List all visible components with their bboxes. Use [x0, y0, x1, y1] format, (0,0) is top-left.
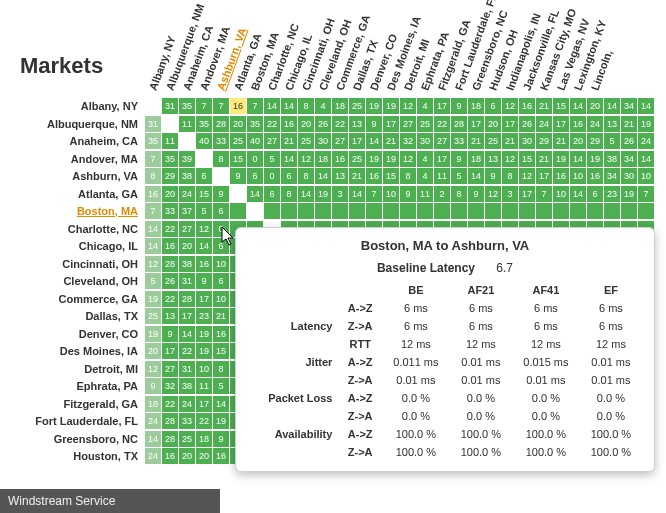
matrix-cell[interactable]: 29: [536, 133, 552, 149]
matrix-cell[interactable]: 21: [536, 98, 552, 114]
matrix-cell[interactable]: 33: [213, 133, 229, 149]
matrix-cell[interactable]: 20: [196, 448, 212, 464]
matrix-cell[interactable]: 10: [553, 186, 569, 202]
matrix-cell[interactable]: 16: [332, 151, 348, 167]
matrix-cell[interactable]: [366, 203, 382, 219]
matrix-cell[interactable]: 14: [570, 186, 586, 202]
matrix-cell[interactable]: 20: [179, 238, 195, 254]
matrix-cell[interactable]: 7: [145, 151, 161, 167]
matrix-cell[interactable]: 34: [621, 98, 637, 114]
matrix-cell[interactable]: [536, 203, 552, 219]
matrix-cell[interactable]: 4: [417, 168, 433, 184]
matrix-cell[interactable]: 17: [536, 168, 552, 184]
matrix-cell[interactable]: 40: [196, 133, 212, 149]
matrix-cell[interactable]: [179, 133, 195, 149]
matrix-cell[interactable]: 14: [638, 98, 654, 114]
matrix-cell[interactable]: 13: [604, 116, 620, 132]
matrix-cell[interactable]: 16: [145, 186, 161, 202]
matrix-cell[interactable]: 16: [366, 168, 382, 184]
matrix-cell[interactable]: 17: [519, 186, 535, 202]
row-label[interactable]: Greensboro, NC: [0, 431, 145, 449]
matrix-cell[interactable]: 29: [162, 168, 178, 184]
matrix-cell[interactable]: 30: [519, 133, 535, 149]
matrix-cell[interactable]: 3: [332, 186, 348, 202]
matrix-cell[interactable]: 7: [536, 186, 552, 202]
matrix-cell[interactable]: 0: [264, 168, 280, 184]
row-label[interactable]: Albuquerque, NM: [0, 116, 145, 134]
matrix-cell[interactable]: 38: [179, 378, 195, 394]
matrix-cell[interactable]: 15: [230, 151, 246, 167]
matrix-cell[interactable]: 27: [400, 116, 416, 132]
matrix-cell[interactable]: 5: [604, 133, 620, 149]
matrix-cell[interactable]: 14: [570, 151, 586, 167]
matrix-cell[interactable]: 9: [230, 168, 246, 184]
matrix-cell[interactable]: 14: [196, 238, 212, 254]
matrix-cell[interactable]: 8: [502, 168, 518, 184]
matrix-cell[interactable]: 12: [196, 221, 212, 237]
matrix-cell[interactable]: 7: [638, 186, 654, 202]
matrix-cell[interactable]: 14: [468, 168, 484, 184]
matrix-cell[interactable]: 16: [281, 116, 297, 132]
matrix-cell[interactable]: 35: [196, 116, 212, 132]
matrix-cell[interactable]: 6: [213, 203, 229, 219]
matrix-cell[interactable]: 32: [400, 133, 416, 149]
row-label[interactable]: Des Moines, IA: [0, 343, 145, 361]
matrix-cell[interactable]: 9: [485, 168, 501, 184]
matrix-cell[interactable]: 14: [281, 98, 297, 114]
matrix-cell[interactable]: 0: [213, 221, 229, 237]
row-label[interactable]: Ephrata, PA: [0, 378, 145, 396]
matrix-cell[interactable]: 35: [162, 151, 178, 167]
matrix-cell[interactable]: 24: [145, 413, 161, 429]
matrix-cell[interactable]: 16: [553, 168, 569, 184]
matrix-cell[interactable]: 12: [502, 98, 518, 114]
matrix-cell[interactable]: 17: [434, 98, 450, 114]
matrix-cell[interactable]: 18: [468, 98, 484, 114]
matrix-cell[interactable]: 30: [417, 133, 433, 149]
matrix-cell[interactable]: 22: [264, 116, 280, 132]
matrix-cell[interactable]: 16: [213, 326, 229, 342]
matrix-cell[interactable]: 6: [196, 168, 212, 184]
matrix-cell[interactable]: 2: [434, 186, 450, 202]
matrix-cell[interactable]: 14: [604, 98, 620, 114]
matrix-cell[interactable]: 8: [281, 186, 297, 202]
matrix-cell[interactable]: 19: [145, 326, 161, 342]
matrix-cell[interactable]: 14: [213, 396, 229, 412]
matrix-cell[interactable]: 5: [264, 151, 280, 167]
matrix-cell[interactable]: 21: [383, 133, 399, 149]
matrix-cell[interactable]: 12: [298, 151, 314, 167]
matrix-cell[interactable]: 38: [604, 151, 620, 167]
matrix-cell[interactable]: 16: [162, 238, 178, 254]
matrix-cell[interactable]: 6: [485, 98, 501, 114]
matrix-cell[interactable]: 9: [468, 186, 484, 202]
matrix-cell[interactable]: [230, 203, 246, 219]
matrix-cell[interactable]: 19: [383, 98, 399, 114]
matrix-cell[interactable]: 13: [332, 168, 348, 184]
matrix-cell[interactable]: 8: [400, 168, 416, 184]
matrix-cell[interactable]: 7: [196, 98, 212, 114]
matrix-cell[interactable]: 10: [570, 168, 586, 184]
matrix-cell[interactable]: [281, 203, 297, 219]
matrix-cell[interactable]: [621, 203, 637, 219]
matrix-cell[interactable]: 6: [213, 273, 229, 289]
matrix-cell[interactable]: [502, 203, 518, 219]
matrix-cell[interactable]: [247, 203, 263, 219]
matrix-cell[interactable]: 13: [485, 151, 501, 167]
matrix-cell[interactable]: [349, 203, 365, 219]
matrix-cell[interactable]: 35: [145, 133, 161, 149]
matrix-cell[interactable]: 35: [247, 116, 263, 132]
matrix-cell[interactable]: [400, 203, 416, 219]
matrix-cell[interactable]: [230, 186, 246, 202]
matrix-cell[interactable]: 38: [179, 168, 195, 184]
matrix-cell[interactable]: 5: [451, 168, 467, 184]
matrix-cell[interactable]: 27: [434, 133, 450, 149]
matrix-cell[interactable]: 28: [451, 116, 467, 132]
row-label[interactable]: Cleveland, OH: [0, 273, 145, 291]
matrix-cell[interactable]: 21: [502, 133, 518, 149]
matrix-cell[interactable]: 30: [315, 133, 331, 149]
matrix-cell[interactable]: 19: [145, 291, 161, 307]
matrix-cell[interactable]: [298, 203, 314, 219]
matrix-cell[interactable]: 20: [145, 343, 161, 359]
matrix-cell[interactable]: 10: [383, 186, 399, 202]
row-label[interactable]: Dallas, TX: [0, 308, 145, 326]
matrix-cell[interactable]: 21: [281, 133, 297, 149]
